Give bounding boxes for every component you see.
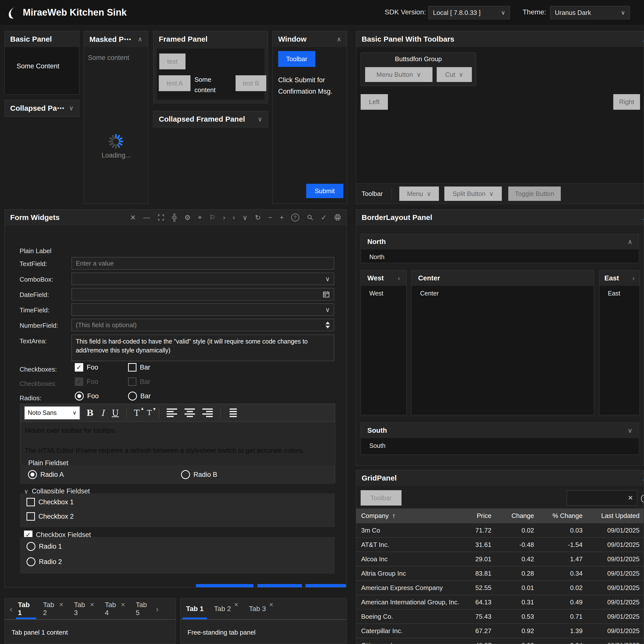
column-header-last-updated[interactable]: Last Updated bbox=[584, 512, 641, 520]
grid-search-input[interactable]: ✕ bbox=[567, 490, 637, 506]
plus-icon[interactable]: + bbox=[280, 214, 284, 221]
column-header-price[interactable]: Price bbox=[465, 512, 493, 520]
align-justify-icon[interactable] bbox=[228, 408, 238, 417]
collapse-icon[interactable]: ∧ bbox=[138, 35, 142, 43]
help-icon[interactable]: ? bbox=[291, 214, 299, 221]
shrink-text-icon[interactable]: T bbox=[147, 409, 152, 417]
checkbox-2[interactable] bbox=[27, 512, 35, 521]
grow-text-icon[interactable]: T bbox=[134, 408, 140, 418]
radio-2[interactable] bbox=[27, 557, 35, 566]
tab-scroll-right-icon[interactable]: › bbox=[156, 604, 159, 614]
chevron-down-icon[interactable]: ∨ bbox=[325, 306, 330, 314]
window-toolbar-button[interactable]: Toolbar bbox=[278, 51, 315, 67]
free-tab-2[interactable]: Tab 2✕ bbox=[212, 598, 241, 619]
table-row[interactable]: American International Group, Inc.64.130… bbox=[356, 595, 644, 609]
toggle-enabled-button[interactable]: Toggle Enabled bbox=[196, 584, 253, 588]
search-icon[interactable]: ◯ bbox=[641, 493, 644, 503]
left-tab-4[interactable]: Tab 4✕ bbox=[103, 598, 127, 619]
close-tab-icon[interactable]: ✕ bbox=[90, 602, 94, 608]
radio-a-selected[interactable] bbox=[28, 470, 37, 479]
left-button[interactable]: Left bbox=[361, 94, 388, 110]
free-tab-3[interactable]: Tab 3✕ bbox=[247, 598, 275, 619]
radio-bar[interactable] bbox=[128, 392, 137, 401]
underline-icon[interactable]: U bbox=[112, 408, 119, 418]
validate-button[interactable]: Validate bbox=[305, 584, 346, 588]
text-field[interactable]: Enter a value bbox=[72, 257, 334, 269]
table-row[interactable]: AT&T Inc.31.61-0.48-1.5409/01/2025 bbox=[356, 537, 644, 552]
calendar-icon[interactable] bbox=[322, 291, 330, 298]
align-left-icon[interactable] bbox=[167, 408, 177, 417]
radio-foo-selected[interactable] bbox=[75, 392, 84, 401]
align-right-icon[interactable] bbox=[202, 408, 213, 417]
sdk-version-select[interactable]: Local [ 7.8.0.33 ] ∨ bbox=[428, 6, 510, 19]
collapse-left-icon[interactable]: ‹ bbox=[398, 274, 400, 282]
checkbox-1[interactable] bbox=[27, 498, 35, 506]
italic-icon[interactable]: I bbox=[101, 408, 104, 418]
collapse-icon[interactable]: ∧ bbox=[642, 475, 644, 482]
left-tab-1[interactable]: Tab 1 bbox=[16, 598, 34, 619]
print-icon[interactable] bbox=[334, 214, 341, 221]
radio-b[interactable] bbox=[181, 470, 190, 479]
toolbar-menu-button[interactable]: Menu ∨ bbox=[399, 187, 439, 201]
expand-icon[interactable]: ∨ bbox=[258, 115, 262, 123]
restore-icon[interactable]: ╬ bbox=[172, 214, 177, 221]
close-tab-icon[interactable]: ✕ bbox=[269, 602, 273, 608]
theme-select[interactable]: Uranus Dark ∨ bbox=[550, 6, 630, 19]
left-tab-3[interactable]: Tab 3✕ bbox=[72, 598, 97, 619]
minus-icon[interactable]: − bbox=[268, 214, 272, 221]
clear-icon[interactable]: ✕ bbox=[628, 494, 633, 502]
close-tab-icon[interactable]: ✕ bbox=[234, 602, 239, 608]
test-b-button[interactable]: test B bbox=[236, 75, 266, 91]
checkbox-foo-checked[interactable]: ✓ bbox=[75, 363, 83, 372]
close-icon[interactable]: ✕ bbox=[130, 214, 136, 222]
combo-box[interactable]: ∨ bbox=[72, 273, 334, 285]
text-area[interactable]: This field is hard-coded to have the "va… bbox=[72, 335, 334, 361]
split-button[interactable]: Split Button ∨ bbox=[444, 187, 502, 201]
tab-scroll-left-icon[interactable]: ‹ bbox=[10, 604, 12, 614]
cut-button[interactable]: Cut ∨ bbox=[437, 67, 472, 82]
chevron-down-icon[interactable]: ∨ bbox=[325, 275, 330, 283]
check-icon[interactable]: ✓ bbox=[321, 214, 327, 222]
table-row[interactable]: Alcoa Inc29.010.421.4709/01/2025 bbox=[356, 552, 644, 566]
flag-icon[interactable]: ⚐ bbox=[209, 214, 215, 222]
table-row[interactable]: Boeing Co.75.430.530.7109/01/2025 bbox=[356, 609, 644, 623]
column-header-change[interactable]: Change bbox=[493, 512, 536, 520]
expand-icon[interactable]: ∨ bbox=[628, 427, 632, 434]
number-field[interactable]: (This field is optional) bbox=[72, 319, 334, 331]
table-row[interactable]: 3m Co71.720.020.0309/01/2025 bbox=[356, 523, 644, 537]
number-stepper[interactable] bbox=[325, 322, 330, 328]
pin-icon[interactable]: ⌖ bbox=[198, 214, 202, 222]
reset-form-button[interactable]: Reset Form bbox=[257, 584, 302, 588]
prev-icon[interactable]: ‹ bbox=[233, 214, 235, 221]
column-header-company[interactable]: Company↑ bbox=[356, 512, 465, 520]
column-header--change[interactable]: % Change bbox=[536, 512, 584, 520]
collapsed-panel-header[interactable]: Collapsed Pa⋯ ∨ bbox=[5, 100, 79, 116]
collapse-icon[interactable]: ∧ bbox=[628, 238, 632, 246]
grid-toolbar-button[interactable]: Toolbar bbox=[361, 490, 402, 506]
align-center-icon[interactable] bbox=[185, 408, 195, 417]
gear-icon[interactable]: ⚙ bbox=[184, 214, 190, 222]
table-row[interactable]: Citigroup, Inc.49.370.020.0409/01/2025 bbox=[356, 638, 644, 644]
search-icon[interactable] bbox=[307, 214, 314, 221]
collapse-icon[interactable]: ∧ bbox=[337, 35, 341, 43]
right-button[interactable]: Right bbox=[613, 94, 640, 110]
collapse-icon[interactable]: ∧ bbox=[642, 214, 644, 222]
next-icon[interactable]: › bbox=[223, 214, 225, 221]
left-tab-2[interactable]: Tab 2✕ bbox=[41, 598, 66, 619]
collapse-right-icon[interactable]: › bbox=[632, 274, 635, 282]
down-icon[interactable]: ∨ bbox=[242, 214, 248, 222]
test-a-button[interactable]: test A bbox=[159, 75, 190, 91]
time-field[interactable]: ∨ bbox=[72, 303, 334, 316]
toggle-button[interactable]: Toggle Button bbox=[508, 187, 561, 201]
bold-icon[interactable]: B bbox=[86, 408, 94, 418]
submit-button[interactable]: Submit bbox=[306, 184, 343, 198]
maximize-icon[interactable] bbox=[158, 214, 164, 221]
radio-1[interactable] bbox=[27, 542, 35, 551]
test-button[interactable]: test bbox=[159, 54, 186, 69]
refresh-icon[interactable]: ↻ bbox=[255, 214, 261, 222]
font-select[interactable]: Noto Sans ∨ bbox=[24, 406, 80, 420]
free-tab-1[interactable]: Tab 1 bbox=[184, 598, 206, 619]
table-row[interactable]: American Express Company52.550.010.0209/… bbox=[356, 580, 644, 595]
close-tab-icon[interactable]: ✕ bbox=[121, 602, 125, 608]
table-row[interactable]: Caterpillar Inc.67.270.921.3909/01/2025 bbox=[356, 623, 644, 638]
